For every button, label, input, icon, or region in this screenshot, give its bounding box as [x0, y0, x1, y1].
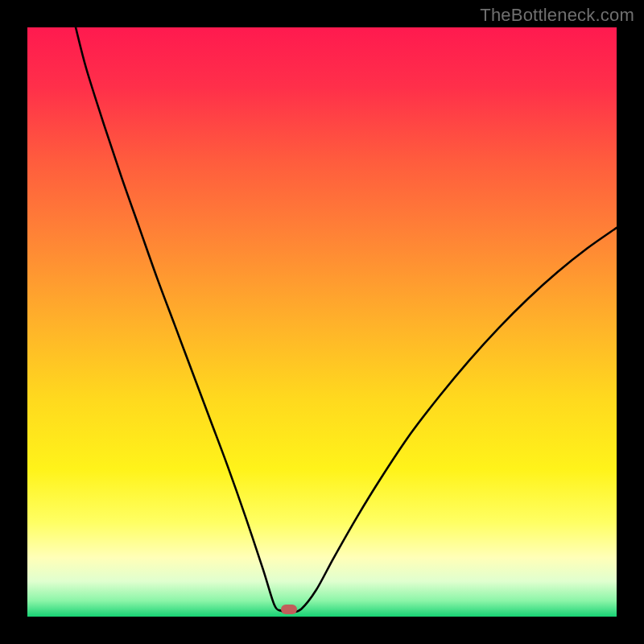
chart-frame: TheBottleneck.com	[0, 0, 644, 644]
bottleneck-curve	[27, 27, 617, 617]
plot-area	[27, 27, 617, 617]
optimal-point-marker	[281, 605, 297, 614]
watermark-text: TheBottleneck.com	[480, 5, 634, 26]
